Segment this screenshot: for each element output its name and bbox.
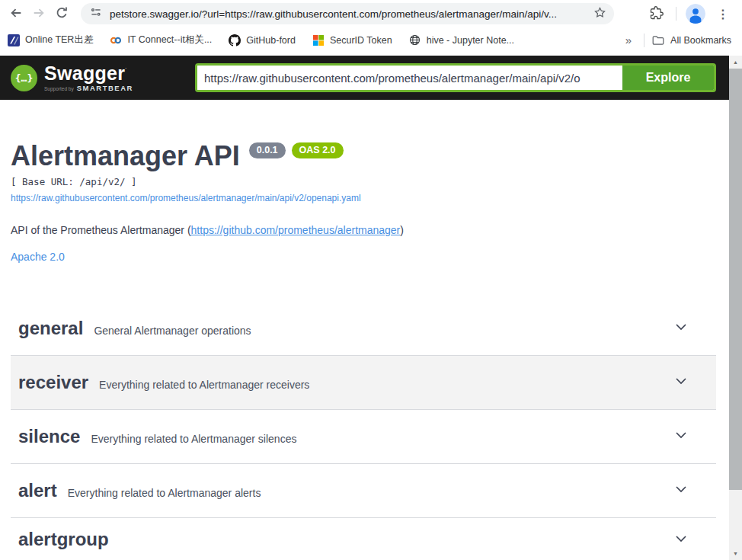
browser-toolbar: petstore.swagger.io/?url=https://raw.git… <box>0 0 742 27</box>
expand-section-button[interactable] <box>670 478 692 502</box>
bookmarks-divider <box>644 34 644 47</box>
bookmark-star-icon[interactable] <box>593 6 606 22</box>
url-text: petstore.swagger.io/?url=https://raw.git… <box>110 8 593 20</box>
scrollbar-thumb[interactable] <box>729 69 742 490</box>
bookmark-securid[interactable]: SecurID Token <box>312 34 392 46</box>
expand-section-button[interactable] <box>670 316 692 340</box>
bookmarks-bar: Online TER出差 IT Connect--it相关... GitHub-… <box>0 27 742 53</box>
address-bar[interactable]: petstore.swagger.io/?url=https://raw.git… <box>81 3 614 24</box>
trademark-dot: . <box>125 64 126 69</box>
bookmark-it-connect[interactable]: IT Connect--it相关... <box>110 34 212 46</box>
extensions-button[interactable] <box>645 2 668 25</box>
profile-button[interactable] <box>684 2 707 25</box>
swagger-wordmark: Swagger <box>44 62 125 84</box>
chevron-down-icon <box>673 319 689 337</box>
swagger-logo[interactable]: {…} Swagger. Supported by SMARTBEAR <box>11 64 133 92</box>
oas-badge: OAS 2.0 <box>292 142 344 158</box>
smartbear-wordmark: SMARTBEAR <box>77 85 133 92</box>
version-badge: 0.0.1 <box>249 142 286 158</box>
bookmark-hive[interactable]: hive - Jupyter Note... <box>409 34 514 46</box>
tag-description: Everything related to Alertmanager alert… <box>68 482 261 499</box>
page-viewport: {…} Swagger. Supported by SMARTBEAR Expl… <box>0 53 729 560</box>
scroll-down-arrow[interactable]: ▼ <box>729 547 742 560</box>
back-button[interactable] <box>5 2 27 25</box>
page-title: Alertmanager API <box>11 141 240 171</box>
tag-description: Everything related to Alertmanager recei… <box>99 374 309 391</box>
expand-section-button[interactable] <box>670 528 692 552</box>
github-icon <box>229 34 241 46</box>
chevron-down-icon <box>673 373 689 391</box>
expand-section-button[interactable] <box>670 424 692 448</box>
api-info: Alertmanager API 0.0.1 OAS 2.0 [ Base UR… <box>0 141 729 264</box>
scroll-up-arrow[interactable]: ▲ <box>729 56 742 69</box>
base-url: [ Base URL: /api/v2/ ] <box>11 176 716 187</box>
api-description: API of the Prometheus Alertmanager (http… <box>11 224 716 236</box>
forward-button[interactable] <box>27 2 50 25</box>
reload-icon <box>55 6 69 22</box>
tag-section-row[interactable]: alert Everything related to Alertmanager… <box>11 464 716 518</box>
bookmark-label: SecurID Token <box>330 35 392 46</box>
online-ter-icon <box>8 34 20 46</box>
license-link[interactable]: Apache 2.0 <box>11 251 65 263</box>
swagger-topbar: {…} Swagger. Supported by SMARTBEAR Expl… <box>0 56 729 100</box>
swagger-logo-icon: {…} <box>11 65 37 91</box>
tag-description: General Alertmanager operations <box>94 320 251 337</box>
bookmark-github-ford[interactable]: GitHub-ford <box>229 34 296 46</box>
toolbar-divider <box>676 7 676 21</box>
it-connect-icon <box>110 34 122 46</box>
folder-icon <box>652 34 664 46</box>
tag-name: alertgroup <box>18 529 109 550</box>
extensions-puzzle-icon <box>650 6 664 22</box>
page-scrollbar[interactable]: ▲ ▼ <box>729 56 742 560</box>
spec-yaml-link[interactable]: https://raw.githubusercontent.com/promet… <box>11 193 361 203</box>
explore-button[interactable]: Explore <box>622 66 714 90</box>
back-icon <box>9 6 23 22</box>
tag-name: receiver <box>18 372 88 393</box>
forward-icon <box>32 6 46 22</box>
all-bookmarks-button[interactable]: All Bookmarks <box>652 34 731 46</box>
tag-description: Everything related to Alertmanager silen… <box>91 428 296 445</box>
bookmark-label: IT Connect--it相关... <box>127 34 212 46</box>
tag-sections: general General Alertmanager operations … <box>0 302 729 560</box>
avatar <box>686 4 705 24</box>
supported-by-text: Supported by <box>44 87 74 92</box>
tag-section-row[interactable]: receiver Everything related to Alertmana… <box>11 356 716 410</box>
tag-name: general <box>18 318 83 339</box>
microsoft-icon <box>312 34 325 46</box>
chevron-down-icon <box>673 482 689 499</box>
bookmark-label: hive - Jupyter Note... <box>427 35 514 46</box>
tag-section-row[interactable]: general General Alertmanager operations <box>11 302 716 356</box>
reload-button[interactable] <box>50 2 73 25</box>
tag-name: silence <box>18 426 80 447</box>
bookmarks-overflow-chevron[interactable]: » <box>621 34 636 46</box>
chevron-down-icon <box>673 531 689 549</box>
alertmanager-repo-link[interactable]: https://github.com/prometheus/alertmanag… <box>191 224 401 236</box>
site-settings-icon[interactable] <box>90 6 102 21</box>
all-bookmarks-label: All Bookmarks <box>670 35 731 46</box>
spec-url-wrapper: Explore <box>195 63 716 92</box>
spec-url-input[interactable] <box>197 66 622 90</box>
tag-section-row[interactable]: silence Everything related to Alertmanag… <box>11 410 716 464</box>
bookmark-online-ter[interactable]: Online TER出差 <box>8 34 93 46</box>
expand-section-button[interactable] <box>670 370 692 394</box>
globe-icon <box>409 34 421 46</box>
bookmark-label: Online TER出差 <box>25 34 93 46</box>
bookmark-label: GitHub-ford <box>246 35 296 46</box>
tag-name: alert <box>18 480 57 501</box>
browser-menu-button[interactable]: ⋮ <box>712 2 734 25</box>
chevron-down-icon <box>673 427 689 445</box>
tag-section-row[interactable]: alertgroup <box>11 518 716 560</box>
